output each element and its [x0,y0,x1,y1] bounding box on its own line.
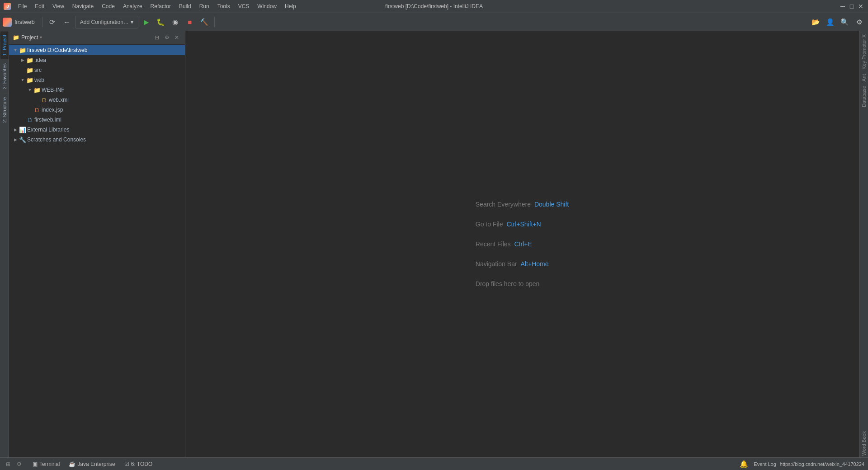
debug-button[interactable]: 🐛 [155,16,167,28]
sidebar-item-favorites[interactable]: 2: Favorites [0,59,9,93]
tree-item[interactable]: 🗋index.jsp [9,105,185,115]
tree-file-icon: 🗋 [26,116,33,123]
menu-run[interactable]: Run [196,2,213,10]
tree-arrow-icon[interactable]: ▶ [13,137,18,142]
hint-recent-files-text: Recent Files [476,240,511,248]
hint-search-everywhere-key: Double Shift [534,201,569,208]
sidebar-item-project[interactable]: 1: Project [0,31,9,59]
event-log-label[interactable]: Event Log [754,461,776,467]
add-configuration-button[interactable]: Add Configuration… ▾ [75,16,138,28]
bottom-tool-icons: ⊞ ⚙ [4,460,24,469]
hint-drop-files: Drop files here to open [476,280,540,287]
tab-terminal[interactable]: ▣ Terminal [29,460,63,468]
java-enterprise-icon: ☕ [69,461,75,467]
menu-view[interactable]: View [49,2,68,10]
open-in-terminal-icon[interactable]: 📂 [809,16,822,28]
bottom-expand-icon[interactable]: ⊞ [4,460,13,469]
right-tab-key-promoter[interactable]: Key Promoter X [861,33,867,71]
search-everywhere-toolbar-icon[interactable]: 🔍 [838,16,851,28]
hint-goto-file-key: Ctrl+Shift+N [506,221,541,228]
toolbar-navigate-back-icon[interactable]: ← [61,16,73,28]
menu-analyze[interactable]: Analyze [119,2,146,10]
project-panel-dropdown-icon[interactable]: ▾ [40,35,42,40]
tree-arrow-icon[interactable] [20,67,25,73]
menu-build[interactable]: Build [175,2,195,10]
bottom-settings-icon[interactable]: ⚙ [14,460,24,469]
tree-item[interactable]: ▶📊External Libraries [9,125,185,135]
panel-settings-icon[interactable]: ⚙ [162,33,171,42]
stop-button[interactable]: ■ [184,16,196,28]
menu-navigate[interactable]: Navigate [69,2,97,10]
menu-edit[interactable]: Edit [31,2,48,10]
tree-item[interactable]: ▶📁.idea [9,55,185,65]
tree-arrow-icon[interactable] [27,107,33,113]
tree-file-icon: 📊 [19,126,26,133]
maximize-button[interactable]: □ [848,3,855,10]
toolbar-vcs-update-icon[interactable]: ⟳ [46,16,59,28]
tree-item[interactable]: ▼📁WEB-INF [9,85,185,95]
tree-item[interactable]: ▼📁web [9,75,185,85]
tree-item[interactable]: 🗋web.xml [9,95,185,105]
tab-todo[interactable]: ☑ 6: TODO [121,460,156,468]
tree-file-icon: 🔧 [19,136,26,143]
collapse-all-icon[interactable]: ⊟ [152,33,161,42]
tree-item[interactable]: ▼📁firstweb D:\Code\firstweb [9,45,185,55]
panel-close-icon[interactable]: ✕ [172,33,181,42]
right-tab-word-book[interactable]: Word Book [861,429,867,457]
right-tab-database[interactable]: Database [861,84,867,109]
menu-vcs[interactable]: VCS [235,2,253,10]
hint-navigation-bar-text: Navigation Bar [476,260,517,268]
menu-tools[interactable]: Tools [214,2,234,10]
run-coverage-button[interactable]: ◉ [169,16,182,28]
tree-file-icon: 🗋 [41,96,48,103]
event-log-icon[interactable]: 🔔 [737,458,750,470]
panel-header-icons: ⊟ ⚙ ✕ [152,33,181,42]
menu-code[interactable]: Code [98,2,118,10]
tree-item[interactable]: ▶🔧Scratches and Consoles [9,135,185,145]
bottom-right: 🔔 Event Log https://blog.csdn.net/weixin… [737,458,864,470]
menu-window[interactable]: Window [254,2,280,10]
tree-arrow-icon[interactable]: ▼ [20,77,25,83]
tree-item[interactable]: 🗋firstweb.iml [9,115,185,125]
editor-hints: Search Everywhere Double Shift Go to Fil… [476,201,569,287]
build-project-button[interactable]: 🔨 [198,16,211,28]
settings-icon[interactable]: ⚙ [853,16,865,28]
hint-search-everywhere: Search Everywhere Double Shift [476,201,569,208]
right-tab-ant[interactable]: Ant [861,72,867,84]
menu-refactor[interactable]: Refactor [147,2,175,10]
menu-file[interactable]: File [14,2,30,10]
intellij-account-icon[interactable]: 👤 [824,16,836,28]
tree-file-icon: 🗋 [33,106,41,113]
java-enterprise-tab-label: Java Enterprise [77,461,115,467]
tree-arrow-icon[interactable]: ▼ [27,87,33,93]
window-controls: ─ □ ✕ [839,3,864,10]
hint-search-everywhere-text: Search Everywhere [476,201,531,208]
menu-bar: File Edit View Navigate Code Analyze Ref… [14,2,300,10]
tree-arrow-icon[interactable]: ▶ [20,57,25,63]
main-area: 1: Project 2: Favorites 2: Structure 📁 P… [0,31,868,457]
tree-arrow-icon[interactable]: ▼ [13,47,18,53]
app-name-area: firstweb [3,18,35,27]
menu-help[interactable]: Help [281,2,300,10]
tree-arrow-icon[interactable] [20,117,25,122]
sidebar-item-structure[interactable]: 2: Structure [0,93,9,127]
run-button[interactable]: ▶ [140,16,153,28]
tab-java-enterprise[interactable]: ☕ Java Enterprise [65,460,118,468]
editor-area[interactable]: Search Everywhere Double Shift Go to Fil… [185,31,859,457]
right-sidebar-strip: Key Promoter X Ant Database Word Book [859,31,868,457]
todo-icon: ☑ [124,461,129,467]
project-panel: 📁 Project ▾ ⊟ ⚙ ✕ ▼📁firstweb D:\Code\fir… [9,31,185,457]
tree-item-label: External Libraries [27,127,69,133]
tree-arrow-icon[interactable]: ▶ [13,127,18,132]
hint-navigation-bar: Navigation Bar Alt+Home [476,260,549,268]
close-button[interactable]: ✕ [857,3,864,10]
tree-file-icon: 📁 [26,76,33,84]
tree-item[interactable]: 📁src [9,65,185,75]
hint-recent-files-key: Ctrl+E [514,240,532,248]
tree-file-icon: 📁 [19,47,26,54]
status-url-link[interactable]: https://blog.csdn.net/weixin_44170224 [780,461,864,467]
minimize-button[interactable]: ─ [839,3,846,10]
tree-arrow-icon[interactable] [34,97,40,103]
app-name-label: firstweb [14,19,35,25]
project-panel-title-text: Project [21,34,38,41]
